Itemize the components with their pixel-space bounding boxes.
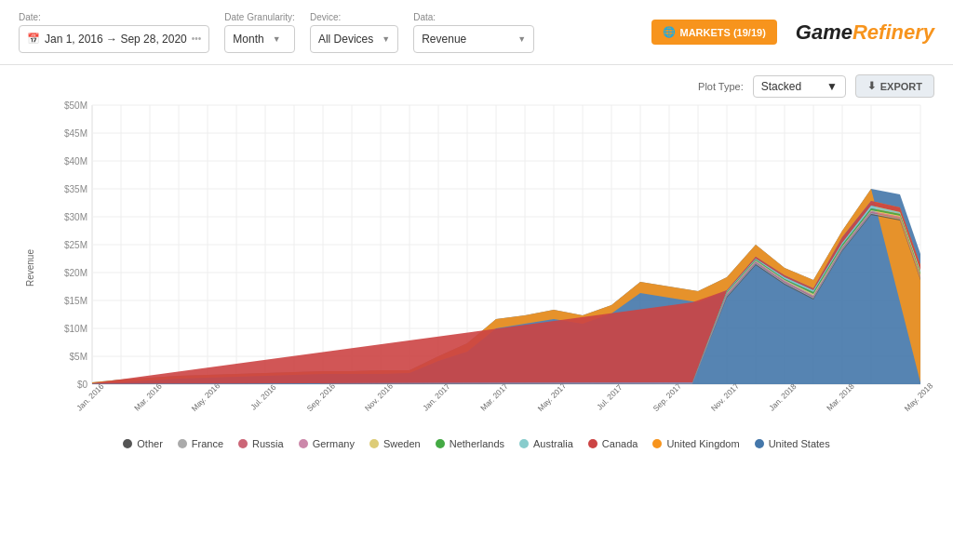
- svg-text:$5M: $5M: [70, 352, 87, 362]
- legend-label: France: [192, 438, 223, 449]
- legend-color-dot: [369, 439, 379, 448]
- legend-label: United States: [769, 438, 830, 449]
- globe-icon: 🌐: [663, 26, 676, 38]
- chart-container: Revenue $50M $45M $40M $35M $30M: [19, 105, 934, 431]
- device-value: All Devices: [318, 33, 373, 46]
- granularity-select[interactable]: Month ▼: [224, 25, 295, 53]
- chart-area: Plot Type: Stacked ▼ ⬇ EXPORT Revenue: [0, 65, 953, 457]
- chevron-down-icon: ▼: [273, 34, 281, 44]
- device-select[interactable]: All Devices ▼: [310, 25, 398, 53]
- chevron-down-icon: ▼: [517, 34, 526, 44]
- device-filter: Device: All Devices ▼: [310, 12, 398, 53]
- legend-item: United Kingdom: [652, 438, 739, 449]
- legend-item: Netherlands: [436, 438, 504, 449]
- legend-label: Sweden: [383, 438, 421, 449]
- legend-color-dot: [178, 439, 187, 448]
- data-value: Revenue: [422, 33, 466, 46]
- svg-text:May. 2018: May. 2018: [903, 380, 935, 413]
- legend-color-dot: [652, 439, 662, 448]
- legend-color-dot: [519, 439, 529, 448]
- legend-color-dot: [588, 439, 597, 448]
- svg-text:$40M: $40M: [64, 156, 87, 167]
- plot-type-value: Stacked: [761, 80, 801, 93]
- calendar-icon: 📅: [27, 33, 40, 45]
- svg-text:Mar. 2018: Mar. 2018: [825, 381, 856, 413]
- legend: OtherFranceRussiaGermanySwedenNetherland…: [19, 431, 934, 457]
- legend-color-dot: [123, 439, 132, 448]
- svg-text:Jan. 2018: Jan. 2018: [767, 381, 799, 413]
- svg-text:Nov. 2016: Nov. 2016: [363, 381, 395, 413]
- chart-svg: $50M $45M $40M $35M $30M $25M $20M $15M …: [41, 105, 934, 421]
- download-icon: ⬇: [867, 80, 876, 92]
- legend-label: Russia: [252, 438, 284, 449]
- granularity-label: Date Granularity:: [224, 12, 295, 22]
- date-label: Date:: [19, 12, 209, 22]
- legend-item: Germany: [299, 438, 355, 449]
- legend-label: Other: [137, 438, 163, 449]
- svg-text:$0: $0: [77, 380, 88, 390]
- granularity-value: Month: [233, 33, 263, 46]
- markets-label: MARKETS (19/19): [680, 27, 766, 38]
- svg-text:$20M: $20M: [64, 268, 87, 278]
- svg-text:$15M: $15M: [64, 296, 87, 306]
- legend-label: Netherlands: [450, 438, 504, 449]
- svg-text:Jul. 2016: Jul. 2016: [248, 382, 278, 412]
- date-value: Jan 1, 2016 → Sep 28, 2020: [45, 33, 187, 46]
- legend-label: Australia: [533, 438, 573, 449]
- legend-item: Russia: [238, 438, 284, 449]
- legend-item: Other: [123, 438, 163, 449]
- svg-text:$50M: $50M: [64, 100, 87, 111]
- legend-item: Sweden: [369, 438, 421, 449]
- header: Date: 📅 Jan 1, 2016 → Sep 28, 2020 ••• D…: [0, 0, 953, 65]
- y-axis-label: Revenue: [25, 249, 35, 287]
- svg-text:Jan. 2017: Jan. 2017: [421, 381, 452, 413]
- date-picker[interactable]: 📅 Jan 1, 2016 → Sep 28, 2020 •••: [19, 25, 209, 53]
- svg-text:Mar. 2016: Mar. 2016: [132, 381, 164, 413]
- export-label: EXPORT: [880, 81, 922, 92]
- legend-item: France: [178, 438, 223, 449]
- markets-button[interactable]: 🌐 MARKETS (19/19): [651, 20, 777, 45]
- plot-type-select[interactable]: Stacked ▼: [753, 75, 846, 98]
- svg-text:Mar. 2017: Mar. 2017: [478, 381, 510, 413]
- chevron-down-icon: ▼: [382, 34, 390, 44]
- legend-item: Australia: [519, 438, 573, 449]
- svg-text:$30M: $30M: [64, 212, 87, 222]
- granularity-filter: Date Granularity: Month ▼: [224, 12, 295, 53]
- svg-text:Nov. 2017: Nov. 2017: [709, 381, 741, 413]
- svg-text:May. 2017: May. 2017: [536, 380, 569, 413]
- svg-text:$25M: $25M: [64, 240, 87, 250]
- svg-text:Sep. 2017: Sep. 2017: [651, 380, 684, 413]
- svg-text:Jul. 2017: Jul. 2017: [595, 382, 624, 412]
- dots-icon: •••: [192, 33, 202, 44]
- date-filter: Date: 📅 Jan 1, 2016 → Sep 28, 2020 •••: [19, 12, 209, 53]
- plot-type-label: Plot Type:: [698, 81, 744, 92]
- legend-item: Canada: [588, 438, 638, 449]
- logo-refinery: Refinery: [852, 20, 934, 44]
- legend-label: United Kingdom: [666, 438, 739, 449]
- export-button[interactable]: ⬇ EXPORT: [855, 74, 934, 98]
- svg-text:$10M: $10M: [64, 324, 87, 334]
- chart-controls: Plot Type: Stacked ▼ ⬇ EXPORT: [19, 74, 934, 98]
- legend-color-dot: [299, 439, 308, 448]
- legend-label: Germany: [313, 438, 355, 449]
- chevron-down-icon: ▼: [826, 80, 838, 93]
- logo: GameRefinery: [796, 20, 934, 45]
- y-axis-container: Revenue: [19, 105, 41, 431]
- logo-game: Game: [796, 20, 852, 44]
- svg-text:$45M: $45M: [64, 128, 87, 139]
- data-label: Data:: [413, 12, 534, 22]
- svg-text:$35M: $35M: [64, 184, 87, 194]
- svg-text:May. 2016: May. 2016: [190, 380, 222, 413]
- legend-color-dot: [755, 439, 764, 448]
- data-select[interactable]: Revenue ▼: [413, 25, 534, 53]
- device-label: Device:: [310, 12, 398, 22]
- legend-item: United States: [755, 438, 830, 449]
- legend-color-dot: [238, 439, 248, 448]
- svg-text:Sep. 2016: Sep. 2016: [305, 380, 338, 413]
- filter-group: Date: 📅 Jan 1, 2016 → Sep 28, 2020 ••• D…: [19, 12, 651, 53]
- legend-label: Canada: [602, 438, 638, 449]
- data-filter: Data: Revenue ▼: [413, 12, 534, 53]
- legend-color-dot: [436, 439, 445, 448]
